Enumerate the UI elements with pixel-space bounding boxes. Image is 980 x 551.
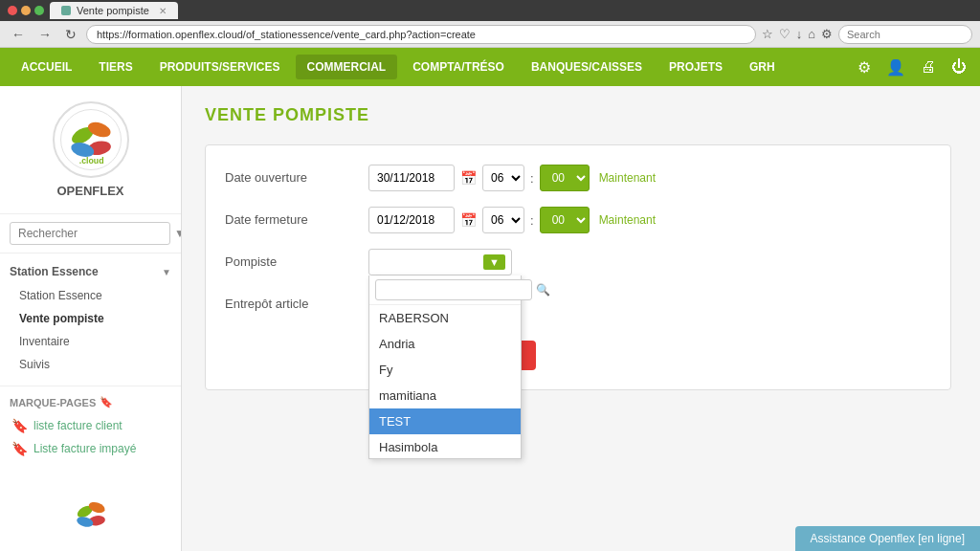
calendar-icon-1[interactable]: 📅 xyxy=(460,170,477,186)
back-button[interactable]: ← xyxy=(8,25,29,44)
dropdown-search-icon: 🔍 xyxy=(536,283,550,297)
tab-favicon xyxy=(61,6,71,15)
bookmark-item-1[interactable]: 🔖 liste facture client xyxy=(10,414,171,437)
nav-produits-services[interactable]: PRODUITS/SERVICES xyxy=(148,55,292,79)
dropdown-search-input[interactable] xyxy=(375,279,532,300)
date-fermeture-input[interactable] xyxy=(368,207,455,233)
minute-select-1[interactable]: 00 xyxy=(540,165,590,191)
window-controls xyxy=(8,6,44,15)
browser-tab[interactable]: Vente pompiste ✕ xyxy=(50,2,178,19)
dropdown-item-5[interactable]: Hasimbola xyxy=(369,434,521,458)
tools-icon[interactable]: ⚙ xyxy=(854,55,875,80)
pompiste-label: Pompiste xyxy=(225,249,359,269)
calendar-icon-2[interactable]: 📅 xyxy=(460,212,477,228)
nav-grh[interactable]: GRH xyxy=(738,55,787,79)
assistance-bar[interactable]: Assistance Openflex [en ligne] xyxy=(795,526,980,551)
date-ouverture-input[interactable] xyxy=(368,165,455,191)
entrepot-row: Entrepôt article ▼ xyxy=(225,291,931,318)
sidebar-section-label: Station Essence xyxy=(10,265,99,278)
hour-select-2[interactable]: 06 xyxy=(482,207,524,233)
dropdown-item-0[interactable]: RABERSON xyxy=(369,305,521,331)
sidebar-bottom xyxy=(0,481,181,551)
app-body: .cloud OPENFLEX ▼ Station Essence ▼ Stat… xyxy=(0,86,980,551)
sidebar-search-input[interactable] xyxy=(10,222,170,245)
date-ouverture-controls: 📅 06 : 00 Maintenant xyxy=(368,165,656,191)
bookmark-icon[interactable]: ♡ xyxy=(779,27,791,41)
maintenant-link-2[interactable]: Maintenant xyxy=(599,213,656,227)
date-ouverture-row: Date ouverture 📅 06 : 00 Maintenant xyxy=(225,165,931,191)
main-content: VENTE POMPISTE Date ouverture 📅 06 : 00 … xyxy=(182,86,980,551)
sidebar-item-station-essence[interactable]: Station Essence xyxy=(10,284,171,307)
pompiste-dropdown-list: 🔍 RABERSON Andria Fy mamitiana TEST Hasi… xyxy=(368,276,522,459)
bookmarks-header: MARQUE-PAGES 🔖 xyxy=(10,392,171,414)
star-icon[interactable]: ☆ xyxy=(762,27,773,41)
date-fermeture-row: Date fermeture 📅 06 : 00 Maintenant xyxy=(225,207,931,233)
logo-area: .cloud OPENFLEX xyxy=(0,86,181,214)
minimize-dot xyxy=(21,6,31,15)
download-icon[interactable]: ↓ xyxy=(796,27,803,41)
address-input[interactable] xyxy=(86,25,756,44)
colon-separator-1: : xyxy=(530,171,534,186)
print-icon[interactable]: 🖨 xyxy=(917,55,940,79)
user-icon[interactable]: 👤 xyxy=(882,55,909,80)
dropdown-item-3[interactable]: mamitiana xyxy=(369,383,521,408)
entrepot-label: Entrepôt article xyxy=(225,291,359,311)
form-card: Date ouverture 📅 06 : 00 Maintenant Date… xyxy=(205,144,951,390)
sidebar-item-vente-pompiste[interactable]: Vente pompiste xyxy=(10,307,171,330)
sidebar-logo-small xyxy=(67,491,115,539)
date-fermeture-label: Date fermeture xyxy=(225,207,359,227)
pompiste-controls: ▼ 🔍 RABERSON Andria Fy xyxy=(368,249,512,276)
dropdown-item-4[interactable]: TEST xyxy=(369,408,521,434)
sidebar-section-header[interactable]: Station Essence ▼ xyxy=(10,259,171,284)
pompiste-row: Pompiste ▼ 🔍 RABERS xyxy=(225,249,931,276)
bookmark-item-2[interactable]: 🔖 Liste facture impayé xyxy=(10,437,171,460)
bar-icons: ☆ ♡ ↓ ⌂ ⚙ xyxy=(762,27,833,41)
nav-tiers[interactable]: TIERS xyxy=(87,55,144,79)
nav-accueil[interactable]: ACCUEIL xyxy=(10,55,83,79)
tab-close-icon[interactable]: ✕ xyxy=(159,6,167,16)
svg-text:.cloud: .cloud xyxy=(78,156,103,165)
settings-icon[interactable]: ⚙ xyxy=(821,27,833,41)
dropdown-item-2[interactable]: Fy xyxy=(369,357,521,383)
sidebar-section-arrow: ▼ xyxy=(162,267,171,277)
bookmark-add-icon[interactable]: 🔖 xyxy=(100,396,113,408)
date-ouverture-label: Date ouverture xyxy=(225,165,359,185)
browser-search-input[interactable] xyxy=(838,25,972,44)
top-navigation: ACCUEIL TIERS PRODUITS/SERVICES COMMERCI… xyxy=(0,48,980,86)
sidebar-item-inventaire[interactable]: Inventaire xyxy=(10,330,171,353)
nav-icons: ⚙ 👤 🖨 ⏻ xyxy=(854,55,970,80)
openflex-logo: .cloud xyxy=(57,106,124,173)
refresh-button[interactable]: ↻ xyxy=(61,25,80,44)
nav-compta-treso[interactable]: COMPTA/TRÉSO xyxy=(401,55,516,79)
browser-bar: Vente pompiste ✕ xyxy=(0,0,980,21)
dropdown-item-1[interactable]: Andria xyxy=(369,331,521,357)
pompiste-dropdown-wrapper: ▼ 🔍 RABERSON Andria Fy xyxy=(368,249,512,276)
date-fermeture-controls: 📅 06 : 00 Maintenant xyxy=(368,207,656,233)
dropdown-search-row: 🔍 xyxy=(369,276,521,305)
bookmark-icon-1: 🔖 xyxy=(11,418,28,433)
nav-banques-caisses[interactable]: BANQUES/CAISSES xyxy=(520,55,654,79)
svg-point-9 xyxy=(76,515,94,528)
logo-circle: .cloud xyxy=(53,101,129,178)
nav-projets[interactable]: PROJETS xyxy=(657,55,734,79)
sidebar-item-suivis[interactable]: Suivis xyxy=(10,353,171,376)
dropdown-items: RABERSON Andria Fy mamitiana TEST Hasimb… xyxy=(369,305,521,458)
nav-commercial[interactable]: COMMERCIAL xyxy=(296,55,398,79)
home-icon[interactable]: ⌂ xyxy=(808,27,815,41)
pompiste-dropdown-arrow: ▼ xyxy=(483,254,505,270)
minute-select-2[interactable]: 00 xyxy=(540,207,590,233)
sidebar-search-row: ▼ xyxy=(0,214,181,253)
power-icon[interactable]: ⏻ xyxy=(947,55,970,79)
pompiste-dropdown-trigger[interactable]: ▼ xyxy=(368,249,512,276)
hour-select-1[interactable]: 06 xyxy=(482,165,524,191)
colon-separator-2: : xyxy=(530,213,534,228)
form-actions: Créer Annuler xyxy=(225,341,931,370)
forward-button[interactable]: → xyxy=(34,25,56,44)
address-bar-row: ← → ↻ ☆ ♡ ↓ ⌂ ⚙ xyxy=(0,21,980,48)
bookmark-icon-2: 🔖 xyxy=(11,441,28,456)
sidebar-section-station: Station Essence ▼ Station Essence Vente … xyxy=(0,253,181,382)
maintenant-link-1[interactable]: Maintenant xyxy=(599,171,656,185)
tab-title: Vente pompiste xyxy=(77,5,149,16)
bookmark-label-1: liste facture client xyxy=(33,419,122,432)
sidebar-search-arrow[interactable]: ▼ xyxy=(174,227,182,240)
